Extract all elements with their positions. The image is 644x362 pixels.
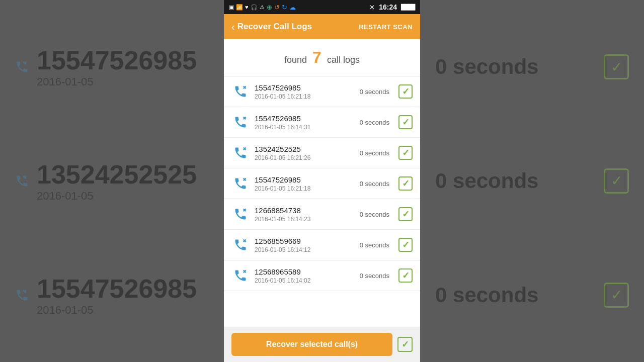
- call-duration-2: 0 seconds: [360, 149, 389, 157]
- phone-container: ▣ 📶 ♥ 🎧 ⚠ ⊕ ↺ ↻ ☁ ✕ 16:24 ▉▉▉▉ ‹ Recover…: [224, 0, 420, 362]
- check-icon-6: ✓: [402, 270, 410, 281]
- call-number-6: 12568965589: [255, 267, 355, 276]
- call-duration-0: 0 seconds: [360, 88, 389, 96]
- call-log-item: 15547526985 2016-01-05 16:21:18 0 second…: [224, 168, 420, 199]
- select-all-check-icon: ✓: [401, 339, 409, 350]
- check-icon-3: ✓: [402, 178, 410, 189]
- wifi-icon: 📶: [236, 4, 243, 11]
- call-number-4: 12668854738: [255, 206, 355, 215]
- status-icons-left: ▣ 📶 ♥ 🎧 ⚠ ⊕ ↺ ↻ ☁: [229, 4, 296, 11]
- battery-icon: ▉▉▉▉: [401, 4, 415, 11]
- select-all-checkbox[interactable]: ✓: [397, 337, 413, 352]
- back-chevron-icon: ‹: [231, 21, 235, 33]
- call-number-0: 15547526985: [255, 83, 355, 92]
- status-bar: ▣ 📶 ♥ 🎧 ⚠ ⊕ ↺ ↻ ☁ ✕ 16:24 ▉▉▉▉: [224, 0, 420, 14]
- call-info-4: 12668854738 2016-01-05 16:14:23: [255, 206, 355, 223]
- call-icon-2: [231, 144, 250, 162]
- bottom-bar: Recover selected call(s) ✓: [224, 327, 420, 362]
- call-date-1: 2016-01-05 16:14:31: [255, 124, 355, 131]
- cloud-icon: ☁: [289, 4, 296, 11]
- header-title: Recover Call Logs: [237, 22, 312, 32]
- status-right: ✕ 16:24 ▉▉▉▉: [369, 3, 415, 11]
- call-icon-5: [231, 236, 250, 254]
- call-info-2: 13524252525 2016-01-05 16:21:26: [255, 145, 355, 161]
- call-duration-6: 0 seconds: [360, 272, 389, 280]
- call-number-3: 15547526985: [255, 175, 355, 184]
- call-icon-6: [231, 266, 250, 285]
- check-icon-5: ✓: [402, 239, 410, 250]
- call-date-4: 2016-01-05 16:14:23: [255, 216, 355, 223]
- call-duration-3: 0 seconds: [360, 180, 389, 188]
- call-checkbox-4[interactable]: ✓: [398, 207, 413, 221]
- call-checkbox-2[interactable]: ✓: [398, 146, 413, 160]
- call-date-3: 2016-01-05 16:21:18: [255, 185, 355, 192]
- restart-scan-button[interactable]: RESTART SCAN: [359, 23, 413, 31]
- mute-icon: ✕: [369, 4, 375, 11]
- call-number-1: 15547526985: [255, 114, 355, 123]
- call-duration-4: 0 seconds: [360, 211, 389, 218]
- call-date-2: 2016-01-05 16:21:26: [255, 154, 355, 161]
- call-info-1: 15547526985 2016-01-05 16:14:31: [255, 114, 355, 131]
- bg-left-panel: 15547526985 2016-01-05 13524252525 2016-…: [0, 0, 224, 362]
- call-info-3: 15547526985 2016-01-05 16:21:18: [255, 175, 355, 192]
- headset-icon: 🎧: [251, 4, 258, 11]
- warning-icon: ⚠: [260, 4, 265, 11]
- sync-icon: ↻: [282, 4, 287, 11]
- call-checkbox-0[interactable]: ✓: [398, 84, 413, 99]
- back-button[interactable]: ‹ Recover Call Logs: [231, 21, 312, 33]
- bg-right-panel: 0 seconds ✓ 0 seconds ✓ 0 seconds ✓: [420, 0, 644, 362]
- call-info-6: 12568965589 2016-01-05 16:14:02: [255, 267, 355, 284]
- time-display: 16:24: [379, 3, 397, 11]
- call-info-5: 12568559669 2016-01-05 16:14:12: [255, 237, 355, 253]
- call-icon-4: [231, 205, 250, 223]
- call-log-item: 12568965589 2016-01-05 16:14:02 0 second…: [224, 260, 420, 291]
- call-date-6: 2016-01-05 16:14:02: [255, 277, 355, 284]
- bluetooth-icon: ♥: [245, 4, 249, 10]
- check-icon-1: ✓: [402, 117, 410, 128]
- call-checkbox-1[interactable]: ✓: [398, 115, 413, 129]
- check-icon-0: ✓: [402, 86, 410, 97]
- browser1-icon: ⊕: [267, 4, 272, 11]
- check-icon-2: ✓: [402, 147, 410, 158]
- call-checkbox-6[interactable]: ✓: [398, 268, 413, 283]
- call-log-item: 15547526985 2016-01-05 16:14:31 0 second…: [224, 107, 420, 138]
- call-icon-0: [231, 82, 250, 101]
- call-duration-5: 0 seconds: [360, 241, 389, 249]
- found-banner: found 7 call logs: [224, 39, 420, 76]
- call-log-item: 15547526985 2016-01-05 16:21:18 0 second…: [224, 76, 420, 107]
- call-date-5: 2016-01-05 16:14:12: [255, 246, 355, 253]
- call-duration-1: 0 seconds: [360, 119, 389, 126]
- call-log-list: 15547526985 2016-01-05 16:21:18 0 second…: [224, 76, 420, 327]
- found-count: 7: [312, 48, 321, 66]
- call-number-2: 13524252525: [255, 145, 355, 153]
- found-suffix: call logs: [327, 55, 360, 65]
- call-checkbox-5[interactable]: ✓: [398, 238, 413, 252]
- call-icon-1: [231, 113, 250, 131]
- call-info-0: 15547526985 2016-01-05 16:21:18: [255, 83, 355, 100]
- call-checkbox-3[interactable]: ✓: [398, 176, 413, 191]
- recover-selected-button[interactable]: Recover selected call(s): [231, 333, 392, 356]
- call-date-0: 2016-01-05 16:21:18: [255, 93, 355, 100]
- browser2-icon: ↺: [274, 4, 280, 11]
- found-prefix: found: [284, 55, 307, 65]
- check-icon-4: ✓: [402, 209, 410, 220]
- sim-icon: ▣: [229, 4, 234, 11]
- call-log-item: 12568559669 2016-01-05 16:14:12 0 second…: [224, 230, 420, 260]
- call-icon-3: [231, 174, 250, 193]
- call-log-item: 13524252525 2016-01-05 16:21:26 0 second…: [224, 138, 420, 168]
- app-screen: ‹ Recover Call Logs RESTART SCAN found 7…: [224, 14, 420, 362]
- call-number-5: 12568559669: [255, 237, 355, 245]
- app-header: ‹ Recover Call Logs RESTART SCAN: [224, 14, 420, 39]
- call-log-item: 12668854738 2016-01-05 16:14:23 0 second…: [224, 199, 420, 230]
